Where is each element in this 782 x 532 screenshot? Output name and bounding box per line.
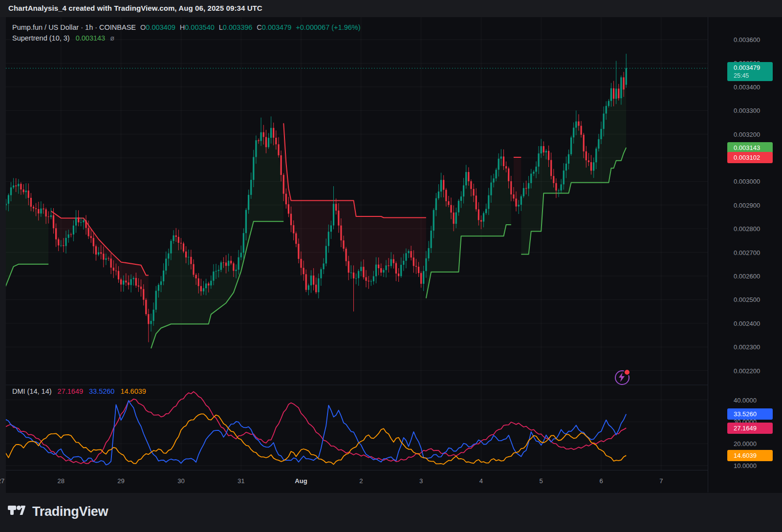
axis-time-label: 6 — [599, 477, 603, 485]
axis-price-label: 0.002800 — [734, 225, 760, 233]
symbol-legend[interactable]: Pump.fun / US Dollar · 1h · COINBASEO0.0… — [12, 22, 361, 43]
axis-price-label: 0.002200 — [734, 367, 760, 374]
axis-price-label: 0.003400 — [734, 83, 760, 90]
axis-time-label: 28 — [58, 477, 65, 485]
dmi-legend[interactable]: DMI (14, 14)27.164933.526014.6039 — [12, 387, 146, 395]
axis-price-label: 0.002900 — [734, 201, 760, 209]
dmi-plus-di-value: 33.5260 — [89, 387, 114, 395]
open-value: 0.003409 — [146, 23, 175, 31]
price-badge: 0.003102 — [727, 152, 773, 163]
price-badge: 27.1649 — [727, 423, 773, 434]
titlebar: ChartAnalysis_4 created with TradingView… — [0, 0, 782, 17]
supertrend-label[interactable]: Supertrend (10, 3) — [12, 34, 70, 42]
axis-price-label: 20.0000 — [734, 440, 757, 447]
close-label: C — [257, 23, 261, 31]
page-title: ChartAnalysis_4 created with TradingView… — [8, 4, 262, 12]
axis-price-label: 0.002400 — [734, 319, 760, 327]
axis-price-label: 0.003300 — [734, 107, 760, 114]
close-value: 0.003479 — [262, 23, 291, 31]
axis-time-label: 7 — [659, 477, 663, 485]
symbol-title[interactable]: Pump.fun / US Dollar · 1h · COINBASE — [12, 23, 136, 31]
open-label: O — [140, 23, 146, 31]
price-axis[interactable]: 0.0036000.0035000.0034000.0033000.003200… — [708, 17, 782, 492]
axis-time-label: 31 — [238, 477, 244, 485]
axis-time-label: 5 — [540, 477, 543, 485]
high-label: H — [180, 23, 185, 31]
hide-icon[interactable]: ø — [110, 34, 114, 42]
axis-time-label: 2 — [359, 477, 363, 485]
chart-panel: Pump.fun / US Dollar · 1h · COINBASEO0.0… — [6, 17, 782, 492]
dmi-label[interactable]: DMI (14, 14) — [12, 387, 52, 395]
price-chart-canvas[interactable] — [6, 17, 708, 492]
tradingview-logo-icon[interactable] — [8, 505, 29, 520]
low-value: 0.003396 — [223, 23, 252, 31]
axis-time-label: Aug — [295, 477, 307, 485]
dmi-adx-value: 27.1649 — [58, 387, 83, 395]
axis-price-label: 10.0000 — [734, 462, 757, 469]
time-axis[interactable]: 2728293031Aug2345678 — [6, 470, 782, 493]
axis-time-label: 29 — [117, 477, 124, 485]
high-value: 0.003540 — [185, 23, 214, 31]
low-label: L — [219, 23, 223, 31]
tradingview-logo-text[interactable]: TradingView — [32, 504, 108, 519]
price-badge: 33.5260 — [727, 408, 773, 420]
supertrend-row[interactable]: Supertrend (10, 3)0.003143ø — [12, 33, 361, 43]
price-badge: 14.6039 — [727, 450, 773, 461]
axis-time-label: 4 — [479, 477, 483, 485]
axis-time-label: 3 — [419, 477, 423, 485]
symbol-row[interactable]: Pump.fun / US Dollar · 1h · COINBASEO0.0… — [12, 22, 361, 33]
supertrend-value: 0.003143 — [76, 34, 105, 42]
axis-price-label: 0.002500 — [734, 296, 760, 303]
axis-time-label: 27 — [0, 477, 4, 485]
axis-price-label: 0.003200 — [734, 130, 760, 138]
axis-price-label: 0.003600 — [734, 36, 760, 43]
axis-price-label: 0.002700 — [734, 249, 760, 256]
axis-price-label: 0.002600 — [734, 273, 760, 280]
boost-button[interactable] — [615, 370, 630, 385]
notification-dot — [624, 369, 630, 376]
axis-price-label: 0.003000 — [734, 178, 760, 185]
axis-price-label: 0.002300 — [734, 343, 760, 351]
change-value: +0.000067 (+1.96%) — [296, 23, 360, 31]
axis-price-label: 40.0000 — [734, 396, 757, 404]
price-badge: 0.00347925:45 — [727, 62, 773, 81]
dmi-minus-di-value: 14.6039 — [120, 387, 146, 395]
footer: TradingView — [0, 492, 782, 532]
axis-time-label: 30 — [177, 477, 184, 485]
